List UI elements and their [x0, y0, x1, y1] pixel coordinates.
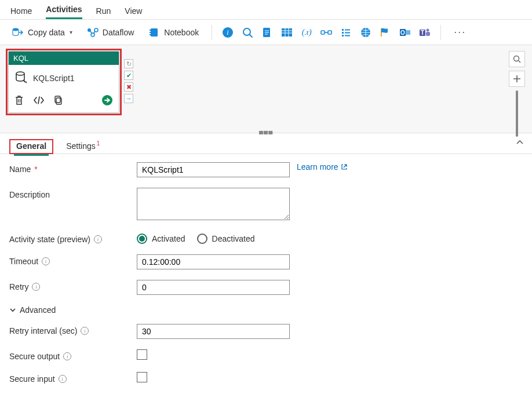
globe-icon[interactable]	[359, 26, 372, 39]
info-icon[interactable]: i	[63, 352, 71, 360]
svg-point-0	[13, 28, 19, 31]
table-icon[interactable]	[280, 26, 293, 39]
run-arrow-icon[interactable]	[101, 94, 113, 108]
canvas-add-button[interactable]	[509, 71, 525, 87]
secure-output-label: Secure output	[9, 352, 60, 361]
outlook-icon[interactable]: O	[399, 26, 411, 39]
retry-interval-input[interactable]	[137, 324, 290, 339]
external-link-icon	[341, 163, 348, 170]
dataflow-button[interactable]: Dataflow	[83, 24, 137, 41]
svg-point-24	[427, 28, 429, 31]
svg-rect-7	[150, 34, 151, 35]
secure-output-checkbox[interactable]	[137, 349, 147, 360]
copy-data-label: Copy data	[28, 28, 65, 37]
svg-text:i: i	[227, 28, 229, 37]
info-circle-icon[interactable]: i	[221, 26, 234, 39]
svg-rect-13	[321, 31, 325, 34]
dataflow-icon	[86, 26, 99, 39]
handle-refresh-icon[interactable]: ↻	[124, 59, 133, 68]
dataflow-label: Dataflow	[103, 28, 134, 37]
svg-rect-6	[150, 32, 151, 33]
canvas-search-button[interactable]	[509, 51, 525, 67]
tab-settings-badge: 1	[97, 140, 100, 147]
activated-label: Activated	[152, 234, 185, 243]
canvas-zoom-slider[interactable]	[516, 90, 518, 137]
svg-point-26	[16, 72, 24, 75]
activity-card-title: KQLScript1	[33, 74, 75, 83]
info-icon[interactable]: i	[32, 283, 40, 291]
general-tab-highlight: General	[9, 139, 53, 154]
search-icon[interactable]	[241, 26, 254, 39]
learn-more-link[interactable]: Learn more	[297, 162, 348, 172]
activity-card-highlight: KQL KQLScript1	[6, 49, 122, 115]
copy-icon[interactable]	[54, 95, 63, 107]
notebook-label: Notebook	[164, 28, 199, 37]
chevron-down-icon	[9, 307, 16, 313]
svg-rect-15	[342, 29, 344, 31]
info-icon[interactable]: i	[81, 327, 89, 335]
secure-input-checkbox[interactable]	[137, 372, 147, 382]
svg-marker-27	[25, 81, 27, 83]
teams-icon[interactable]: T	[418, 26, 431, 39]
collapse-chevron-icon[interactable]	[516, 138, 524, 147]
tab-general[interactable]: General	[14, 139, 49, 156]
deactivated-label: Deactivated	[212, 234, 255, 243]
properties-tabs: General Settings1	[0, 133, 532, 154]
svg-rect-12	[282, 28, 292, 37]
advanced-label: Advanced	[20, 305, 56, 315]
activated-radio[interactable]: Activated	[137, 234, 185, 244]
pipeline-canvas[interactable]: KQL KQLScript1	[0, 45, 532, 133]
nav-tab-activities[interactable]: Activities	[46, 5, 82, 19]
script-icon[interactable]	[261, 26, 274, 39]
description-textarea[interactable]	[137, 188, 290, 220]
general-form: Name * Learn more Description Activity s…	[0, 154, 532, 394]
deactivated-radio[interactable]: Deactivated	[197, 234, 255, 244]
kql-activity-card[interactable]: KQL KQLScript1	[8, 51, 119, 113]
copy-data-button[interactable]: Copy data ▾	[8, 24, 76, 41]
more-actions-button[interactable]: ···	[450, 24, 469, 41]
handle-success-icon[interactable]: ✔	[124, 71, 133, 80]
svg-rect-21	[406, 30, 410, 35]
retry-input[interactable]	[137, 280, 290, 295]
radio-dot-icon	[197, 234, 207, 244]
activity-card-header: KQL	[9, 52, 119, 65]
svg-text:T: T	[421, 30, 424, 36]
retry-label: Retry	[9, 282, 28, 291]
info-icon[interactable]: i	[42, 257, 50, 265]
svg-text:O: O	[400, 30, 405, 36]
tab-settings-label: Settings	[66, 141, 96, 150]
svg-point-3	[91, 33, 94, 37]
canvas-tools	[509, 51, 525, 137]
required-asterisk: *	[34, 165, 37, 174]
variable-icon[interactable]: (𝑥)	[300, 26, 313, 39]
flag-icon[interactable]	[379, 26, 392, 39]
svg-rect-14	[328, 31, 331, 34]
chevron-down-icon: ▾	[70, 29, 72, 35]
nav-tab-view[interactable]: View	[125, 6, 142, 19]
tab-settings[interactable]: Settings1	[64, 138, 102, 154]
info-icon[interactable]: i	[59, 375, 67, 383]
nav-tab-run[interactable]: Run	[96, 6, 111, 19]
advanced-toggle[interactable]: Advanced	[9, 305, 56, 315]
info-icon[interactable]: i	[94, 235, 102, 243]
copy-data-icon	[12, 26, 24, 39]
delete-icon[interactable]	[14, 95, 24, 107]
activity-side-handles: ↻ ✔ ✖ →	[124, 59, 133, 103]
svg-point-31	[514, 56, 519, 61]
handle-fail-icon[interactable]: ✖	[124, 82, 133, 92]
list-icon[interactable]	[340, 26, 352, 39]
main-nav-tabs: Home Activities Run View	[0, 0, 532, 20]
notebook-button[interactable]: Notebook	[144, 24, 202, 41]
pipeline-icon[interactable]	[320, 26, 333, 39]
name-label: Name	[9, 165, 31, 174]
handle-skip-icon[interactable]: →	[124, 94, 133, 103]
secure-input-label: Secure input	[9, 374, 55, 384]
svg-rect-4	[151, 28, 158, 37]
nav-tab-home[interactable]: Home	[10, 6, 32, 19]
timeout-input[interactable]	[137, 254, 290, 269]
svg-rect-17	[342, 35, 344, 37]
code-icon[interactable]	[33, 96, 45, 106]
name-input[interactable]	[137, 162, 290, 177]
learn-more-label: Learn more	[297, 162, 338, 172]
description-label: Description	[9, 190, 50, 199]
